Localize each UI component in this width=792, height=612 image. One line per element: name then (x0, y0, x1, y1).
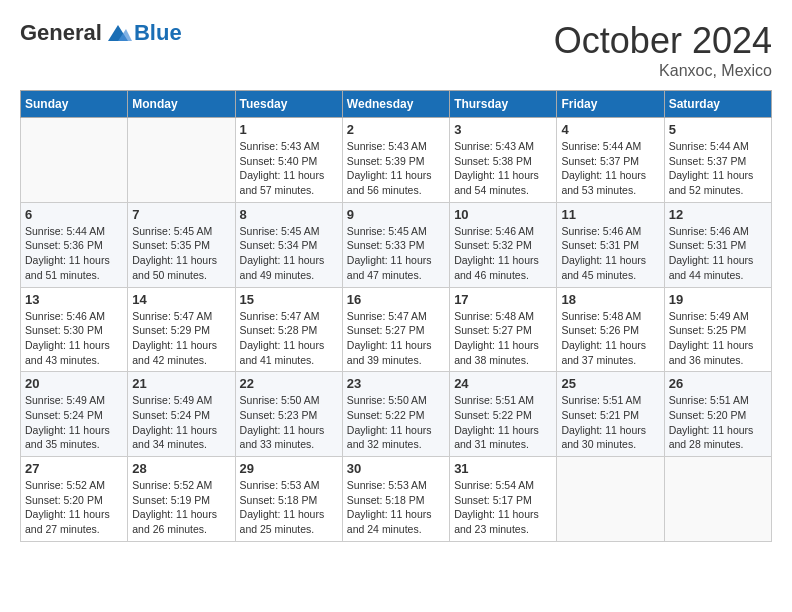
weekday-header: Friday (557, 91, 664, 118)
page-header: General Blue October 2024 Kanxoc, Mexico (20, 20, 772, 80)
day-info: Sunrise: 5:53 AM Sunset: 5:18 PM Dayligh… (240, 478, 338, 537)
calendar-cell: 4Sunrise: 5:44 AM Sunset: 5:37 PM Daylig… (557, 118, 664, 203)
day-number: 8 (240, 207, 338, 222)
calendar-table: SundayMondayTuesdayWednesdayThursdayFrid… (20, 90, 772, 542)
day-info: Sunrise: 5:51 AM Sunset: 5:22 PM Dayligh… (454, 393, 552, 452)
calendar-week-row: 13Sunrise: 5:46 AM Sunset: 5:30 PM Dayli… (21, 287, 772, 372)
calendar-cell: 3Sunrise: 5:43 AM Sunset: 5:38 PM Daylig… (450, 118, 557, 203)
calendar-cell: 6Sunrise: 5:44 AM Sunset: 5:36 PM Daylig… (21, 202, 128, 287)
calendar-cell: 7Sunrise: 5:45 AM Sunset: 5:35 PM Daylig… (128, 202, 235, 287)
day-info: Sunrise: 5:44 AM Sunset: 5:37 PM Dayligh… (561, 139, 659, 198)
day-info: Sunrise: 5:46 AM Sunset: 5:32 PM Dayligh… (454, 224, 552, 283)
day-number: 9 (347, 207, 445, 222)
day-info: Sunrise: 5:43 AM Sunset: 5:39 PM Dayligh… (347, 139, 445, 198)
calendar-week-row: 1Sunrise: 5:43 AM Sunset: 5:40 PM Daylig… (21, 118, 772, 203)
day-number: 1 (240, 122, 338, 137)
day-info: Sunrise: 5:50 AM Sunset: 5:23 PM Dayligh… (240, 393, 338, 452)
calendar-cell: 31Sunrise: 5:54 AM Sunset: 5:17 PM Dayli… (450, 457, 557, 542)
day-info: Sunrise: 5:46 AM Sunset: 5:31 PM Dayligh… (561, 224, 659, 283)
calendar-cell: 11Sunrise: 5:46 AM Sunset: 5:31 PM Dayli… (557, 202, 664, 287)
calendar-cell: 21Sunrise: 5:49 AM Sunset: 5:24 PM Dayli… (128, 372, 235, 457)
calendar-cell: 8Sunrise: 5:45 AM Sunset: 5:34 PM Daylig… (235, 202, 342, 287)
day-number: 27 (25, 461, 123, 476)
calendar-cell (21, 118, 128, 203)
day-number: 16 (347, 292, 445, 307)
day-info: Sunrise: 5:52 AM Sunset: 5:20 PM Dayligh… (25, 478, 123, 537)
calendar-cell: 2Sunrise: 5:43 AM Sunset: 5:39 PM Daylig… (342, 118, 449, 203)
calendar-cell: 12Sunrise: 5:46 AM Sunset: 5:31 PM Dayli… (664, 202, 771, 287)
day-info: Sunrise: 5:47 AM Sunset: 5:29 PM Dayligh… (132, 309, 230, 368)
day-info: Sunrise: 5:45 AM Sunset: 5:34 PM Dayligh… (240, 224, 338, 283)
calendar-cell: 16Sunrise: 5:47 AM Sunset: 5:27 PM Dayli… (342, 287, 449, 372)
calendar-cell: 15Sunrise: 5:47 AM Sunset: 5:28 PM Dayli… (235, 287, 342, 372)
day-info: Sunrise: 5:54 AM Sunset: 5:17 PM Dayligh… (454, 478, 552, 537)
day-number: 29 (240, 461, 338, 476)
day-info: Sunrise: 5:44 AM Sunset: 5:36 PM Dayligh… (25, 224, 123, 283)
day-number: 18 (561, 292, 659, 307)
day-number: 14 (132, 292, 230, 307)
day-info: Sunrise: 5:50 AM Sunset: 5:22 PM Dayligh… (347, 393, 445, 452)
calendar-cell: 10Sunrise: 5:46 AM Sunset: 5:32 PM Dayli… (450, 202, 557, 287)
weekday-header: Tuesday (235, 91, 342, 118)
day-number: 22 (240, 376, 338, 391)
calendar-cell: 22Sunrise: 5:50 AM Sunset: 5:23 PM Dayli… (235, 372, 342, 457)
calendar-cell: 26Sunrise: 5:51 AM Sunset: 5:20 PM Dayli… (664, 372, 771, 457)
day-number: 25 (561, 376, 659, 391)
calendar-cell: 27Sunrise: 5:52 AM Sunset: 5:20 PM Dayli… (21, 457, 128, 542)
calendar-cell: 23Sunrise: 5:50 AM Sunset: 5:22 PM Dayli… (342, 372, 449, 457)
calendar-cell (128, 118, 235, 203)
day-info: Sunrise: 5:46 AM Sunset: 5:31 PM Dayligh… (669, 224, 767, 283)
weekday-header: Wednesday (342, 91, 449, 118)
calendar-cell: 25Sunrise: 5:51 AM Sunset: 5:21 PM Dayli… (557, 372, 664, 457)
calendar-cell: 14Sunrise: 5:47 AM Sunset: 5:29 PM Dayli… (128, 287, 235, 372)
calendar-cell: 13Sunrise: 5:46 AM Sunset: 5:30 PM Dayli… (21, 287, 128, 372)
day-number: 13 (25, 292, 123, 307)
calendar-cell: 28Sunrise: 5:52 AM Sunset: 5:19 PM Dayli… (128, 457, 235, 542)
day-number: 28 (132, 461, 230, 476)
day-info: Sunrise: 5:47 AM Sunset: 5:27 PM Dayligh… (347, 309, 445, 368)
calendar-cell: 19Sunrise: 5:49 AM Sunset: 5:25 PM Dayli… (664, 287, 771, 372)
day-info: Sunrise: 5:45 AM Sunset: 5:35 PM Dayligh… (132, 224, 230, 283)
day-info: Sunrise: 5:48 AM Sunset: 5:27 PM Dayligh… (454, 309, 552, 368)
day-info: Sunrise: 5:51 AM Sunset: 5:21 PM Dayligh… (561, 393, 659, 452)
day-info: Sunrise: 5:44 AM Sunset: 5:37 PM Dayligh… (669, 139, 767, 198)
day-number: 6 (25, 207, 123, 222)
day-info: Sunrise: 5:43 AM Sunset: 5:38 PM Dayligh… (454, 139, 552, 198)
day-info: Sunrise: 5:48 AM Sunset: 5:26 PM Dayligh… (561, 309, 659, 368)
logo-blue: Blue (134, 20, 182, 46)
day-number: 24 (454, 376, 552, 391)
weekday-header: Thursday (450, 91, 557, 118)
calendar-cell: 17Sunrise: 5:48 AM Sunset: 5:27 PM Dayli… (450, 287, 557, 372)
day-number: 2 (347, 122, 445, 137)
calendar-cell: 30Sunrise: 5:53 AM Sunset: 5:18 PM Dayli… (342, 457, 449, 542)
calendar-cell (664, 457, 771, 542)
calendar-cell: 29Sunrise: 5:53 AM Sunset: 5:18 PM Dayli… (235, 457, 342, 542)
day-number: 31 (454, 461, 552, 476)
calendar-week-row: 20Sunrise: 5:49 AM Sunset: 5:24 PM Dayli… (21, 372, 772, 457)
logo: General Blue (20, 20, 182, 46)
calendar-cell: 20Sunrise: 5:49 AM Sunset: 5:24 PM Dayli… (21, 372, 128, 457)
day-info: Sunrise: 5:47 AM Sunset: 5:28 PM Dayligh… (240, 309, 338, 368)
day-number: 10 (454, 207, 552, 222)
day-number: 26 (669, 376, 767, 391)
day-info: Sunrise: 5:49 AM Sunset: 5:25 PM Dayligh… (669, 309, 767, 368)
title-block: October 2024 Kanxoc, Mexico (554, 20, 772, 80)
weekday-header: Saturday (664, 91, 771, 118)
day-info: Sunrise: 5:49 AM Sunset: 5:24 PM Dayligh… (132, 393, 230, 452)
calendar-cell: 1Sunrise: 5:43 AM Sunset: 5:40 PM Daylig… (235, 118, 342, 203)
day-number: 17 (454, 292, 552, 307)
weekday-header: Monday (128, 91, 235, 118)
day-info: Sunrise: 5:52 AM Sunset: 5:19 PM Dayligh… (132, 478, 230, 537)
calendar-week-row: 6Sunrise: 5:44 AM Sunset: 5:36 PM Daylig… (21, 202, 772, 287)
day-number: 3 (454, 122, 552, 137)
day-info: Sunrise: 5:45 AM Sunset: 5:33 PM Dayligh… (347, 224, 445, 283)
day-info: Sunrise: 5:49 AM Sunset: 5:24 PM Dayligh… (25, 393, 123, 452)
day-number: 4 (561, 122, 659, 137)
location: Kanxoc, Mexico (554, 62, 772, 80)
day-number: 7 (132, 207, 230, 222)
day-number: 15 (240, 292, 338, 307)
calendar-cell: 18Sunrise: 5:48 AM Sunset: 5:26 PM Dayli… (557, 287, 664, 372)
logo-general: General (20, 20, 102, 46)
calendar-cell: 9Sunrise: 5:45 AM Sunset: 5:33 PM Daylig… (342, 202, 449, 287)
day-number: 12 (669, 207, 767, 222)
